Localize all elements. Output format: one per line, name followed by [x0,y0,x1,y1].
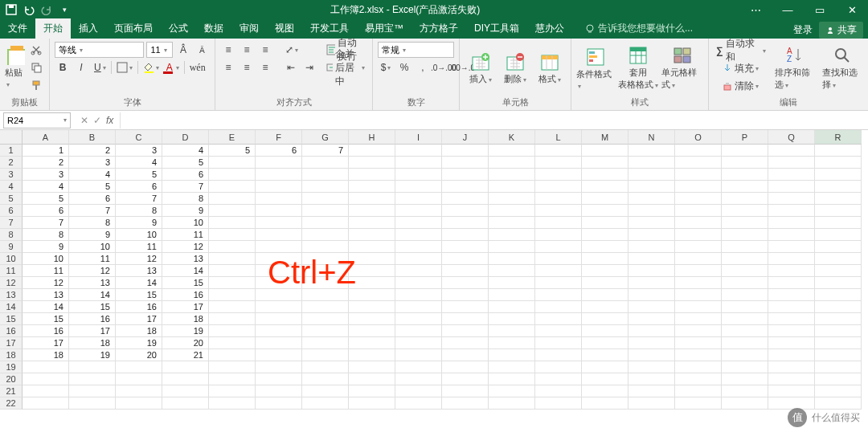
row-head-14[interactable]: 14 [0,301,23,313]
cell[interactable]: 15 [162,277,209,289]
col-head-A[interactable]: A [23,130,69,145]
cell[interactable] [395,277,442,289]
cell[interactable] [628,349,675,361]
cell[interactable]: 6 [162,169,209,181]
cell[interactable] [768,193,815,205]
cell[interactable] [69,397,116,410]
fill-color-button[interactable] [141,59,162,75]
cell[interactable]: 5 [69,181,116,193]
cell[interactable] [302,157,349,169]
cell[interactable] [815,169,862,181]
ribbon-options-icon[interactable]: ⋯ [739,0,772,19]
cell[interactable] [349,385,395,397]
cell[interactable] [628,217,675,229]
cell[interactable] [582,253,628,265]
row-head-18[interactable]: 18 [0,349,23,361]
cell[interactable] [256,265,302,277]
cell[interactable]: 8 [116,205,162,217]
name-box[interactable]: R24▾ [3,112,71,128]
cell[interactable] [395,265,442,277]
cell[interactable] [209,349,256,361]
cell[interactable] [768,349,815,361]
cell[interactable] [302,325,349,337]
cell[interactable] [395,397,442,410]
cell[interactable] [489,145,535,157]
cell[interactable] [582,325,628,337]
cell[interactable] [302,265,349,277]
clear-button[interactable]: 清除 [714,78,768,94]
cell[interactable]: 8 [162,193,209,205]
cell[interactable] [815,325,862,337]
cell[interactable] [349,181,395,193]
align-top-button[interactable]: ≡ [220,42,236,58]
cell[interactable]: 5 [23,193,69,205]
cell[interactable] [535,337,582,349]
cell[interactable] [768,217,815,229]
cell[interactable] [349,193,395,205]
comma-button[interactable]: , [415,59,431,75]
cell[interactable] [302,253,349,265]
select-all-corner[interactable] [0,130,23,145]
cell[interactable]: 11 [69,253,116,265]
cell[interactable] [535,397,582,410]
cell[interactable] [256,397,302,410]
tab-10[interactable]: 方方格子 [411,18,466,39]
cell[interactable] [722,385,768,397]
cell[interactable] [675,229,722,241]
col-head-F[interactable]: F [256,130,302,145]
cell[interactable] [256,229,302,241]
cell[interactable] [815,157,862,169]
row-head-4[interactable]: 4 [0,181,23,193]
cell[interactable] [582,289,628,301]
cell[interactable] [815,289,862,301]
cell[interactable] [675,349,722,361]
cell[interactable] [815,181,862,193]
cell[interactable] [489,349,535,361]
cell[interactable] [582,385,628,397]
autosum-button[interactable]: ∑自动求和 [714,43,768,59]
cell[interactable] [302,373,349,385]
cell[interactable]: 15 [23,313,69,325]
cell[interactable] [302,349,349,361]
tab-4[interactable]: 公式 [161,18,196,39]
cell[interactable] [442,373,489,385]
cell[interactable] [256,193,302,205]
cell[interactable]: 16 [23,325,69,337]
cell[interactable] [395,253,442,265]
cell[interactable] [116,385,162,397]
conditional-format-button[interactable]: 条件格式 [576,42,615,95]
cell[interactable] [675,193,722,205]
cell[interactable] [722,229,768,241]
cell[interactable] [628,181,675,193]
cell[interactable] [815,145,862,157]
row-head-8[interactable]: 8 [0,229,23,241]
row-head-21[interactable]: 21 [0,385,23,397]
cell[interactable] [722,397,768,410]
cell[interactable] [582,277,628,289]
cell[interactable] [582,229,628,241]
tab-7[interactable]: 视图 [267,18,302,39]
cell[interactable] [675,337,722,349]
cell[interactable]: 18 [116,325,162,337]
cell[interactable]: 20 [116,349,162,361]
cell[interactable]: 9 [162,205,209,217]
cell[interactable] [628,253,675,265]
cell[interactable] [535,205,582,217]
cell[interactable] [768,289,815,301]
cell[interactable] [395,169,442,181]
cell[interactable] [489,229,535,241]
col-head-O[interactable]: O [675,130,722,145]
col-head-D[interactable]: D [162,130,209,145]
cell[interactable]: 5 [209,145,256,157]
cell[interactable] [442,277,489,289]
cell[interactable]: 6 [69,193,116,205]
cell[interactable]: 4 [69,169,116,181]
cell[interactable] [815,277,862,289]
insert-cells-button[interactable]: 插入 [465,42,497,95]
cell[interactable] [535,385,582,397]
table-format-button[interactable]: 套用 表格格式 [617,42,659,95]
tab-12[interactable]: 慧办公 [527,18,572,39]
cell[interactable] [722,349,768,361]
cell[interactable] [395,313,442,325]
cell[interactable] [489,397,535,410]
